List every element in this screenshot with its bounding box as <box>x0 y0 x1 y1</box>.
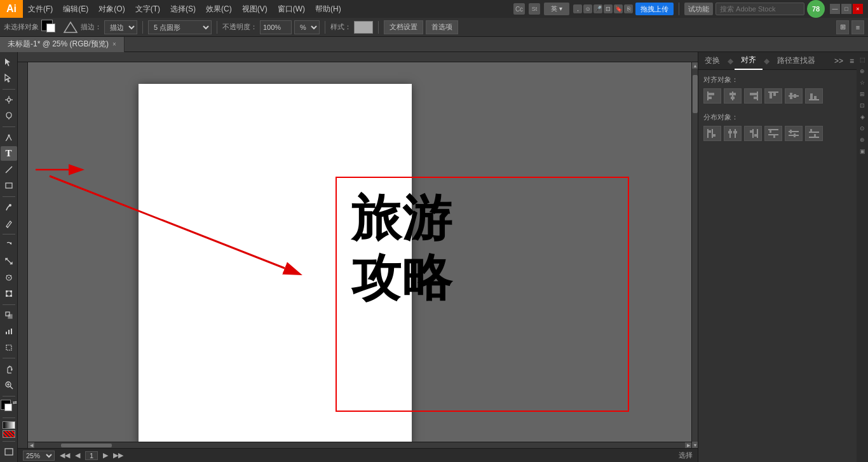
zoom-select[interactable]: 25% <box>23 451 55 461</box>
dist-top-btn[interactable] <box>764 126 782 141</box>
dist-center-v-btn[interactable] <box>785 126 803 141</box>
scroll-left-btn[interactable]: ◀ <box>28 442 34 449</box>
magic-wand-btn[interactable] <box>1 92 17 107</box>
svg-rect-72 <box>770 130 771 133</box>
menu-view[interactable]: 视图(V) <box>237 0 273 18</box>
panel-tab-pathfinder[interactable]: 路径查找器 <box>771 52 822 70</box>
type-tool-btn[interactable]: T <box>1 146 17 161</box>
direct-select-tool-btn[interactable] <box>1 71 17 85</box>
panel-menu-btn[interactable]: ≡ <box>847 57 857 65</box>
edge-btn-1[interactable]: ⬚ <box>857 55 867 65</box>
lang-select[interactable]: 英 ▾ <box>544 3 569 15</box>
edge-btn-5[interactable]: ⊡ <box>857 100 867 111</box>
scale-btn[interactable] <box>1 254 17 269</box>
doc-settings-button[interactable]: 文档设置 <box>384 20 423 34</box>
edge-btn-8[interactable]: ⊛ <box>857 135 867 145</box>
zoom-btn[interactable] <box>1 377 17 392</box>
align-bottom-btn[interactable] <box>805 88 823 104</box>
chart-btn[interactable] <box>1 324 17 339</box>
align-right-btn[interactable] <box>744 88 762 104</box>
pencil-btn[interactable] <box>1 216 17 231</box>
align-left-btn[interactable] <box>703 88 721 104</box>
menu-object[interactable]: 对象(O) <box>93 0 130 18</box>
feature-button[interactable]: 试功能 <box>684 3 713 15</box>
prefs-button[interactable]: 首选项 <box>426 20 458 34</box>
hand-btn[interactable] <box>1 362 17 376</box>
next-page-btn[interactable]: ▶ <box>103 451 108 459</box>
foreground-background-colors[interactable]: ⇄ <box>1 400 17 414</box>
lasso-btn[interactable] <box>1 109 17 123</box>
menu-select[interactable]: 选择(S) <box>165 0 201 18</box>
none-swatch[interactable] <box>3 430 15 438</box>
background-color[interactable] <box>4 404 12 411</box>
cloud-upload-button[interactable]: 拖拽上传 <box>635 3 674 15</box>
menu-help[interactable]: 帮助(H) <box>310 0 346 18</box>
shape-builder-btn[interactable] <box>1 308 17 322</box>
dist-right-btn[interactable] <box>744 126 762 141</box>
edge-btn-4[interactable]: ⊞ <box>857 89 867 99</box>
align-center-h-btn[interactable] <box>724 88 742 104</box>
menu-window[interactable]: 窗口(W) <box>273 0 310 18</box>
edge-btn-9[interactable]: ▣ <box>857 146 867 156</box>
h-scroll-thumb[interactable] <box>61 444 112 447</box>
panel-tab-align[interactable]: 对齐 <box>735 52 763 70</box>
panel-expand-btn[interactable]: >> <box>831 57 847 65</box>
dist-center-h-btn[interactable] <box>724 126 742 141</box>
free-transform-btn[interactable] <box>1 286 17 301</box>
canvas-area[interactable]: 旅游 攻略 ◀ ▶ ▲ <box>18 52 698 462</box>
align-center-v-btn[interactable] <box>785 88 803 104</box>
menu-effect[interactable]: 效果(C) <box>201 0 237 18</box>
stroke-select[interactable]: 描边 <box>104 20 137 34</box>
last-page-btn[interactable]: ▶▶ <box>113 451 123 459</box>
normal-screen-btn[interactable] <box>1 445 17 459</box>
h-scroll-track[interactable] <box>36 444 684 447</box>
menu-edit[interactable]: 编辑(E) <box>58 0 93 18</box>
opacity-select[interactable]: % <box>294 20 320 34</box>
brush-select[interactable]: 5 点圆形 <box>148 20 212 34</box>
scroll-right-btn[interactable]: ▶ <box>685 442 691 449</box>
prev-page-btn[interactable]: ◀ <box>75 451 80 459</box>
svg-rect-36 <box>5 449 13 455</box>
gradient-swatch[interactable] <box>3 421 15 429</box>
document-tab[interactable]: 未标题-1* @ 25% (RGB/预览) × <box>0 37 125 52</box>
rectangle-btn[interactable] <box>1 179 17 193</box>
menu-type[interactable]: 文字(T) <box>130 0 165 18</box>
artboard-btn[interactable] <box>1 340 17 355</box>
menu-file[interactable]: 文件(F) <box>23 0 58 18</box>
dist-left-btn[interactable] <box>703 126 721 141</box>
pen-tool-btn[interactable] <box>1 130 17 145</box>
scroll-down-btn[interactable]: ▼ <box>692 442 698 448</box>
style-swatch[interactable] <box>354 21 373 34</box>
puppet-warp-btn[interactable] <box>1 270 17 285</box>
edge-btn-6[interactable]: ◈ <box>857 112 867 122</box>
opacity-input[interactable] <box>260 20 292 34</box>
page-number-input[interactable] <box>85 451 98 460</box>
v-scroll-thumb[interactable] <box>693 75 698 113</box>
first-page-btn[interactable]: ◀◀ <box>60 451 70 459</box>
maximize-button[interactable]: □ <box>841 4 851 14</box>
edge-btn-7[interactable]: ⊙ <box>857 123 867 133</box>
rotate-btn[interactable] <box>1 238 17 252</box>
stock-search-input[interactable] <box>715 3 804 15</box>
minimize-button[interactable]: — <box>830 4 840 14</box>
close-button[interactable]: × <box>853 4 863 14</box>
line-segment-btn[interactable] <box>1 162 17 177</box>
edge-btn-2[interactable]: ⊕ <box>857 66 867 76</box>
stroke-arrows[interactable] <box>63 21 78 34</box>
v-scroll-track[interactable] <box>693 69 698 442</box>
edge-btn-3[interactable]: ☆ <box>857 78 867 88</box>
tab-close-button[interactable]: × <box>112 41 116 48</box>
align-top-btn[interactable] <box>764 88 782 104</box>
dist-bottom-btn[interactable] <box>805 126 823 141</box>
panel-tab-transform[interactable]: 变换 <box>698 52 726 70</box>
scroll-up-btn[interactable]: ▲ <box>692 62 698 69</box>
swap-colors-icon[interactable]: ⇄ <box>13 400 17 405</box>
color-squares[interactable] <box>41 20 60 35</box>
panel-tabs: 变换 ◆ 对齐 ◆ 路径查找器 >> ≡ <box>698 52 857 70</box>
align-options-button[interactable]: ≡ <box>851 20 864 34</box>
v-scrollbar[interactable]: ▲ ▼ <box>691 62 698 448</box>
arrange-button[interactable]: ⊞ <box>836 20 849 34</box>
h-scrollbar[interactable]: ◀ ▶ <box>28 442 691 448</box>
paintbrush-btn[interactable] <box>1 200 17 215</box>
select-tool-btn[interactable] <box>1 55 17 69</box>
